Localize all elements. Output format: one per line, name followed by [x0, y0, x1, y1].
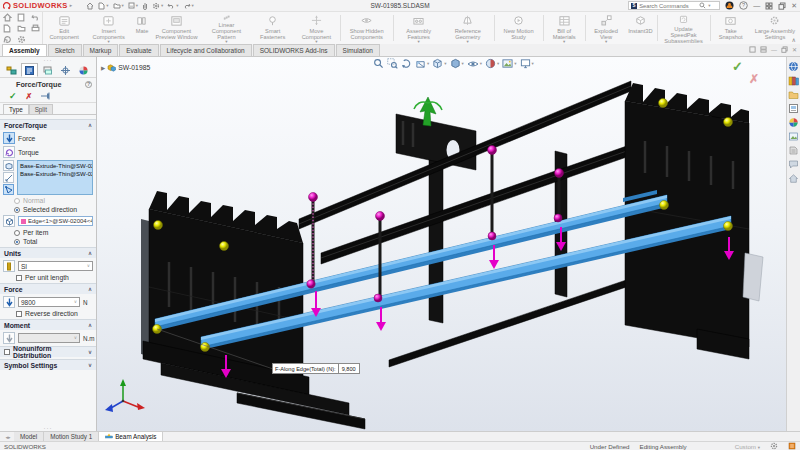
search-commands-box[interactable]: S ▾ [628, 1, 720, 10]
home-icon[interactable] [3, 13, 12, 22]
per-item-radio-row[interactable]: Per item [14, 229, 93, 236]
tab-simulation[interactable]: Simulation [336, 44, 380, 56]
doc-tile-icon[interactable] [760, 46, 767, 53]
home-button[interactable] [86, 2, 94, 10]
edit-appearance-icon[interactable]: ▾ [485, 58, 499, 69]
torque-option[interactable]: Torque [3, 146, 93, 158]
force-value-input[interactable]: 9800∨ [18, 297, 80, 307]
confirm-ok-icon[interactable]: ✓ [732, 59, 743, 74]
force-section-header[interactable]: Force∧ [0, 283, 96, 294]
search-options-caret[interactable]: ▾ [708, 4, 710, 8]
new-document-button[interactable]: ▾ [98, 2, 108, 10]
center-bracket[interactable] [396, 114, 476, 170]
doc-restore-icon[interactable] [781, 46, 788, 53]
direction-reference-field[interactable]: Edge<1>@SW-02004<4> [18, 216, 93, 226]
search-icon[interactable] [699, 2, 706, 9]
tab-assembly[interactable]: Assembly [2, 44, 47, 56]
dimxpertmanager-tab[interactable] [57, 63, 74, 77]
home-icon[interactable] [788, 173, 799, 184]
view-palette-icon[interactable] [788, 103, 799, 114]
per-unit-length-checkbox[interactable] [16, 275, 22, 281]
select-vertices-icon[interactable] [3, 184, 14, 195]
hide-show-items-icon[interactable]: ▾ [467, 59, 482, 69]
per-unit-length-row[interactable]: Per unit length [16, 274, 93, 281]
force-torque-section-header[interactable]: Force/Torque∧ [0, 119, 96, 130]
motion-study-tab[interactable]: Motion Study 1 [44, 432, 99, 441]
take-snapshot-button[interactable]: Take Snapshot [711, 12, 750, 44]
callout-value[interactable]: 9,800 [339, 364, 359, 373]
select-edges-icon[interactable] [3, 172, 14, 183]
component-preview-window-button[interactable]: Component Preview Window [151, 12, 201, 44]
view-orientation-icon[interactable]: ▾ [432, 58, 446, 69]
display-style-icon[interactable]: ▾ [450, 58, 464, 69]
instant3d-button[interactable]: Instant3D [625, 12, 655, 44]
search-input[interactable] [639, 3, 697, 9]
ok-check-icon[interactable]: ✓ [9, 91, 17, 101]
undo-icon[interactable] [31, 13, 40, 21]
appearances-icon[interactable] [788, 117, 799, 128]
section-view-icon[interactable]: ▾ [415, 58, 429, 69]
graphics-area[interactable]: ▶ SW-01985 ▾ ▾ ▾ ▾ ▾ ▾ ▾ ✓ ✗ F-Along Edg… [97, 57, 800, 431]
displaymanager-tab[interactable] [75, 63, 92, 77]
featuremanager-tree-tab[interactable] [3, 63, 20, 77]
tab-sketch[interactable]: Sketch [48, 44, 82, 56]
mate-button[interactable]: Mate [132, 12, 151, 44]
tab-solidworks-add-ins[interactable]: SOLIDWORKS Add-Ins [253, 44, 335, 56]
open-button[interactable]: ▾ [113, 2, 124, 9]
nonuniform-distribution-checkbox[interactable] [4, 349, 10, 355]
linear-component-pattern-button[interactable]: Linear Component Pattern▾ [201, 12, 251, 44]
apply-scene-icon[interactable]: ▾ [502, 58, 516, 69]
save-icon[interactable] [17, 13, 25, 22]
tab-scroll-grip[interactable]: ◂▸ [2, 432, 14, 441]
select-faces-icon[interactable] [3, 160, 14, 171]
new-motion-study-button[interactable]: New Motion Study [496, 12, 542, 44]
insert-components-button[interactable]: Insert Components▾ [85, 12, 133, 44]
cancel-x-icon[interactable]: ✗ [26, 92, 33, 101]
undo-button[interactable]: ▾ [167, 2, 178, 9]
tab-markup[interactable]: Markup [83, 44, 119, 56]
new-icon[interactable] [3, 24, 11, 33]
force-option[interactable]: Force [3, 132, 93, 144]
bill-of-materials-button[interactable]: Bill of Materials▾ [544, 12, 583, 44]
panel-help-icon[interactable]: ? [85, 81, 92, 88]
restore-button[interactable] [778, 2, 786, 10]
total-radio-row[interactable]: Total [14, 238, 93, 245]
doc-close-icon[interactable]: ✕ [792, 46, 797, 53]
total-radio[interactable] [14, 239, 20, 245]
reverse-direction-checkbox[interactable] [16, 311, 22, 317]
status-options-gear-icon[interactable] [770, 442, 778, 450]
scenes-icon[interactable] [788, 131, 799, 142]
attach-button[interactable] [142, 2, 148, 10]
confirm-cancel-icon[interactable]: ✗ [749, 72, 759, 86]
doc-cascade-icon[interactable] [749, 46, 756, 53]
reference-geometry-button[interactable]: Reference Geometry▾ [443, 12, 493, 44]
selected-direction-radio[interactable] [14, 207, 20, 213]
selection-item[interactable]: Base-Extrude-Thin@SW-02003 [18, 162, 92, 170]
propertymanager-tab[interactable] [21, 63, 38, 77]
type-tab[interactable]: Type [3, 104, 29, 114]
normal-radio[interactable] [14, 198, 20, 204]
model-tab[interactable]: Model [14, 432, 44, 441]
apps-grid-icon[interactable] [765, 2, 773, 10]
per-item-radio[interactable] [14, 230, 20, 236]
tab-evaluate[interactable]: Evaluate [119, 44, 158, 56]
tree-expand-arrow[interactable]: ▶ [101, 65, 105, 71]
print-icon[interactable] [31, 24, 40, 33]
units-section-header[interactable]: Units∧ [0, 247, 96, 258]
selection-list[interactable]: Base-Extrude-Thin@SW-02003 Base-Extrude-… [17, 160, 93, 195]
menu-expand-arrow[interactable]: ▸ [70, 4, 73, 8]
open-icon[interactable] [17, 24, 26, 32]
flyout-feature-tree[interactable]: ▶ SW-01985 [101, 63, 150, 72]
close-button[interactable]: ✕ [791, 2, 797, 9]
forum-icon[interactable] [788, 159, 799, 170]
options-button[interactable]: ▾ [152, 2, 163, 10]
status-document-icon[interactable] [788, 442, 796, 450]
split-tab[interactable]: Split [29, 104, 53, 114]
help-icon[interactable]: ? [739, 1, 748, 10]
redo-button[interactable]: ▾ [183, 2, 194, 9]
file-explorer-icon[interactable] [788, 89, 799, 100]
doc-minimize-icon[interactable]: — [771, 47, 777, 53]
moment-section-header[interactable]: Moment∧ [0, 319, 96, 330]
exploded-view-button[interactable]: Exploded View▾ [587, 12, 626, 44]
tab-lifecycle-collaboration[interactable]: Lifecycle and Collaboration [160, 44, 252, 56]
